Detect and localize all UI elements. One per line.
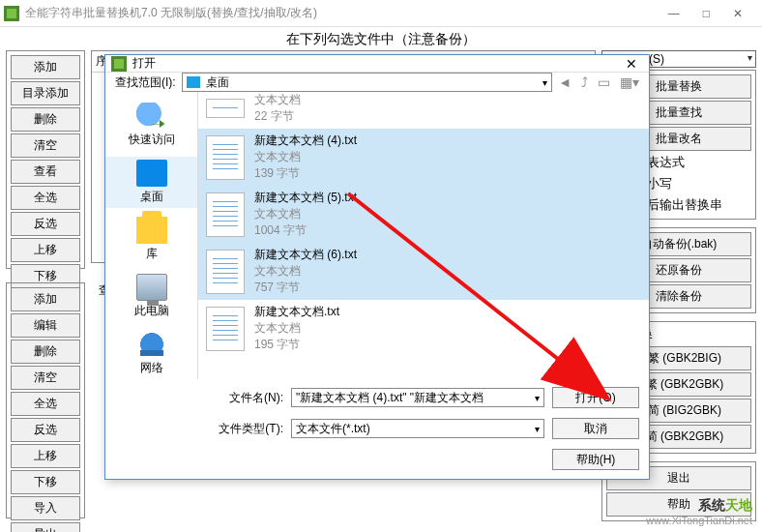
file-item[interactable]: 新建文本文档 (6).txt文本文档757 字节 bbox=[198, 243, 649, 300]
export-button[interactable]: 导出 bbox=[11, 522, 80, 532]
dialog-help-button[interactable]: 帮助(H) bbox=[552, 449, 639, 470]
view-button[interactable]: 查看 bbox=[11, 160, 80, 184]
file-item[interactable]: 新建文本文档.txt文本文档195 字节 bbox=[198, 300, 649, 357]
file-size: 139 字节 bbox=[254, 165, 357, 182]
file-item[interactable]: 新建文本文档 (5).txt文本文档1004 字节 bbox=[198, 186, 649, 243]
place-library[interactable]: 库 bbox=[105, 214, 197, 265]
file-size: 757 字节 bbox=[254, 280, 357, 296]
new-folder-icon[interactable]: ▭ bbox=[598, 74, 610, 90]
close-button[interactable]: ✕ bbox=[733, 7, 743, 20]
file-type: 文本文档 bbox=[254, 92, 301, 108]
file-size: 1004 字节 bbox=[254, 222, 357, 239]
place-this-pc[interactable]: 此电脑 bbox=[105, 271, 197, 322]
select-all-rules[interactable]: 全选 bbox=[11, 392, 80, 416]
add-button[interactable]: 添加 bbox=[11, 55, 80, 79]
file-type: 文本文档 bbox=[254, 263, 357, 280]
open-file-dialog: 打开 ✕ 查找范围(I): 桌面 ◄ ⤴ ▭ ▦▾ 快速访问 桌面 库 此电脑 … bbox=[104, 54, 650, 480]
maximize-button[interactable]: □ bbox=[703, 7, 710, 20]
rules-buttons-panel: 添加 编辑 删除 清空 全选 反选 上移 下移 导入 导出 bbox=[6, 282, 85, 518]
file-item[interactable]: 文本文档22 字节 bbox=[198, 92, 649, 129]
file-thumb-icon bbox=[206, 250, 245, 294]
app-icon bbox=[4, 6, 19, 21]
clear-button[interactable]: 清空 bbox=[11, 133, 80, 158]
app-title: 全能字符串批量替换机7.0 无限制版(替换/查找/抽取/改名) bbox=[25, 5, 317, 21]
select-all-button[interactable]: 全选 bbox=[11, 186, 80, 210]
file-thumb-icon bbox=[206, 135, 245, 180]
dialog-titlebar: 打开 ✕ bbox=[105, 55, 649, 73]
add-dir-button[interactable]: 目录添加 bbox=[11, 81, 80, 105]
filename-field[interactable]: "新建文本文档 (4).txt" "新建文本文档 bbox=[291, 388, 544, 407]
file-name: 新建文本文档 (5).txt bbox=[254, 190, 357, 206]
main-titlebar: 全能字符串批量替换机7.0 无限制版(替换/查找/抽取/改名) — □ ✕ bbox=[0, 0, 762, 27]
file-type: 文本文档 bbox=[254, 149, 357, 165]
dialog-title: 打开 bbox=[132, 55, 156, 72]
file-type: 文本文档 bbox=[254, 206, 357, 222]
file-name: 新建文本文档.txt bbox=[254, 304, 339, 320]
back-icon[interactable]: ◄ bbox=[558, 74, 572, 90]
minimize-button[interactable]: — bbox=[668, 7, 680, 20]
rule-up-button[interactable]: 上移 bbox=[11, 444, 80, 468]
delete-button[interactable]: 删除 bbox=[11, 107, 80, 132]
file-thumb-icon bbox=[206, 99, 245, 118]
place-quick[interactable]: 快速访问 bbox=[105, 100, 197, 151]
views-icon[interactable]: ▦▾ bbox=[620, 74, 639, 90]
file-buttons-panel: 添加 目录添加 删除 清空 查看 全选 反选 上移 下移 bbox=[6, 50, 85, 269]
filetype-dropdown[interactable]: 文本文件(*.txt) bbox=[291, 419, 544, 438]
clear-rules-button[interactable]: 清空 bbox=[11, 366, 80, 390]
move-up-button[interactable]: 上移 bbox=[11, 238, 80, 262]
cancel-button[interactable]: 取消 bbox=[552, 418, 639, 439]
filename-label: 文件名(N): bbox=[206, 390, 283, 406]
file-size: 22 字节 bbox=[254, 108, 301, 125]
file-thumb-icon bbox=[206, 192, 245, 237]
dialog-app-icon bbox=[111, 56, 127, 72]
add-rule-button[interactable]: 添加 bbox=[11, 287, 80, 311]
filetype-label: 文件类型(T): bbox=[206, 421, 283, 437]
places-bar: 快速访问 桌面 库 此电脑 网络 bbox=[105, 92, 198, 379]
file-thumb-icon bbox=[206, 307, 245, 351]
up-icon[interactable]: ⤴ bbox=[581, 74, 588, 90]
desktop-icon bbox=[187, 76, 200, 88]
file-list[interactable]: 文本文档22 字节新建文本文档 (4).txt文本文档139 字节新建文本文档 … bbox=[198, 92, 649, 379]
lookin-label: 查找范围(I): bbox=[115, 74, 176, 91]
invert-rules[interactable]: 反选 bbox=[11, 418, 80, 442]
subtitle-label: 在下列勾选文件中（注意备份） bbox=[0, 31, 762, 48]
file-item[interactable]: 新建文本文档 (4).txt文本文档139 字节 bbox=[198, 129, 649, 186]
file-name: 新建文本文档 (6).txt bbox=[254, 247, 357, 263]
delete-rule-button[interactable]: 删除 bbox=[11, 340, 80, 364]
edit-rule-button[interactable]: 编辑 bbox=[11, 313, 80, 338]
place-desktop[interactable]: 桌面 bbox=[105, 157, 197, 208]
place-network[interactable]: 网络 bbox=[105, 328, 197, 379]
file-type: 文本文档 bbox=[254, 320, 339, 337]
invert-sel-button[interactable]: 反选 bbox=[11, 212, 80, 236]
lookin-dropdown[interactable]: 桌面 bbox=[182, 73, 552, 92]
open-button[interactable]: 打开(O) bbox=[552, 387, 639, 408]
file-name: 新建文本文档 (4).txt bbox=[254, 133, 357, 149]
file-size: 195 字节 bbox=[254, 337, 339, 353]
dialog-close-button[interactable]: ✕ bbox=[620, 56, 643, 72]
import-button[interactable]: 导入 bbox=[11, 496, 80, 520]
rule-down-button[interactable]: 下移 bbox=[11, 470, 80, 494]
watermark: 系统天地 www.XiTongTianDi.net bbox=[646, 497, 752, 526]
